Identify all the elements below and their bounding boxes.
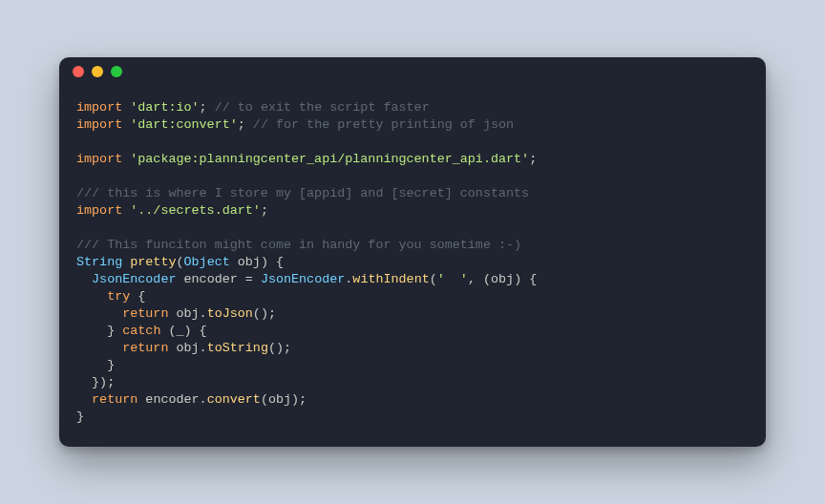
punct: ( <box>176 255 183 269</box>
type-name: JsonEncoder <box>92 272 176 286</box>
indent <box>76 392 92 407</box>
punct: } <box>107 324 122 338</box>
function-name: withIndent <box>352 272 429 286</box>
identifier: obj <box>176 306 199 321</box>
punct: (); <box>253 306 276 321</box>
punct: ; <box>238 117 245 132</box>
type-name: String <box>76 255 122 269</box>
string-literal: 'dart:io' <box>130 100 199 115</box>
function-name: convert <box>207 392 261 407</box>
comment: // to exit the script faster <box>215 100 430 115</box>
comment: /// This funciton might come in handy fo… <box>76 238 521 252</box>
punct: ( <box>430 272 437 286</box>
close-icon[interactable] <box>73 66 84 77</box>
identifier: obj <box>268 392 291 407</box>
punct: = <box>238 272 261 286</box>
keyword-return: return <box>122 341 168 355</box>
indent <box>76 306 122 321</box>
punct: (_) { <box>160 324 206 338</box>
punct: ); <box>291 392 307 407</box>
function-name: pretty <box>130 255 176 269</box>
punct: } <box>76 410 84 424</box>
string-literal: '../secrets.dart' <box>130 203 261 218</box>
keyword-return: return <box>92 392 138 407</box>
keyword-import: import <box>76 117 122 132</box>
type-name: Object <box>184 255 230 269</box>
punct: ; <box>200 100 207 115</box>
maximize-icon[interactable] <box>111 66 122 77</box>
string-literal: ' ' <box>437 272 468 286</box>
string-literal: 'dart:convert' <box>130 117 238 132</box>
keyword-import: import <box>76 203 122 218</box>
punct: ) { <box>514 272 537 286</box>
comment: // for the pretty printing of json <box>253 117 514 132</box>
code-block: import 'dart:io'; // to exit the script … <box>59 86 766 447</box>
keyword-import: import <box>76 152 122 166</box>
punct: ( <box>261 392 268 407</box>
identifier: obj <box>176 341 199 355</box>
punct: { <box>130 289 145 304</box>
punct: ; <box>529 152 537 166</box>
indent <box>76 341 122 355</box>
punct: (); <box>268 341 291 355</box>
punct: . <box>200 392 207 407</box>
keyword-catch: catch <box>122 324 160 338</box>
code-window: import 'dart:io'; // to exit the script … <box>59 57 766 447</box>
indent <box>76 324 107 338</box>
type-name: JsonEncoder <box>261 272 345 286</box>
keyword-return: return <box>122 306 168 321</box>
identifier: obj <box>238 255 261 269</box>
identifier: encoder <box>145 392 199 407</box>
identifier: obj <box>491 272 514 286</box>
minimize-icon[interactable] <box>92 66 103 77</box>
indent <box>76 289 107 304</box>
punct: . <box>200 341 207 355</box>
keyword-import: import <box>76 100 122 115</box>
string-literal: 'package:planningcenter_api/planningcent… <box>130 152 529 166</box>
punct: ) { <box>261 255 284 269</box>
punct: } <box>107 358 115 372</box>
indent <box>76 358 107 372</box>
function-name: toJson <box>207 306 253 321</box>
punct: . <box>200 306 207 321</box>
indent <box>76 272 92 286</box>
identifier: encoder <box>184 272 238 286</box>
comment: /// this is where I store my [appid] and… <box>76 186 529 200</box>
punct: ; <box>261 203 268 218</box>
indent <box>76 375 92 389</box>
punct: }); <box>92 375 115 389</box>
keyword-try: try <box>107 289 130 304</box>
punct: , ( <box>468 272 491 286</box>
window-titlebar <box>59 57 766 86</box>
function-name: toString <box>207 341 268 355</box>
